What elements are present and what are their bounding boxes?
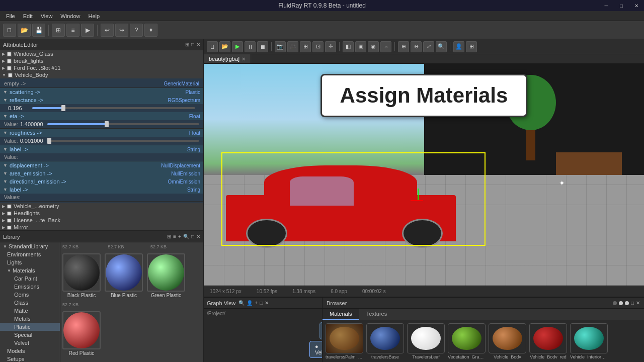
lib-resize[interactable]: □ bbox=[191, 234, 194, 239]
dot-1[interactable] bbox=[613, 301, 617, 305]
prop-label2[interactable]: ▼ label -> String bbox=[0, 186, 203, 194]
gv-search-icon[interactable]: 🔍 bbox=[238, 300, 245, 306]
browser-close[interactable]: ✕ bbox=[636, 300, 640, 306]
tree-item-vehicle-geom[interactable]: 🔲 Vehicle_...eometry bbox=[0, 203, 203, 210]
rt-new[interactable]: 🗋 bbox=[207, 41, 218, 52]
attr-icon1[interactable]: ⊞ bbox=[185, 42, 189, 47]
lib-tree-setups[interactable]: Setups bbox=[0, 355, 60, 362]
browser-resize[interactable]: □ bbox=[631, 300, 634, 306]
lib-tree-materials[interactable]: ▼ Materials bbox=[0, 266, 60, 275]
rt-play[interactable]: ▶ bbox=[232, 41, 243, 52]
br-thumb-travelers-palm[interactable]: travelerssPalm_trunk bbox=[326, 323, 363, 358]
rt-cam2[interactable]: 🎥 bbox=[287, 41, 298, 52]
lib-tree-metals[interactable]: Metals bbox=[0, 315, 60, 323]
lib-tree-velvet[interactable]: Velvet bbox=[0, 339, 60, 347]
lib-icon1[interactable]: ⊞ bbox=[167, 234, 171, 239]
render-tab-close[interactable]: ✕ bbox=[242, 56, 246, 62]
rt-open[interactable]: 📂 bbox=[219, 41, 230, 52]
undo-button[interactable]: ↩ bbox=[101, 24, 114, 37]
menu-window[interactable]: Window bbox=[56, 12, 84, 20]
lib-tree-carpaint[interactable]: Car Paint bbox=[0, 275, 60, 283]
menu-help[interactable]: Help bbox=[84, 12, 104, 20]
lib-tree-environments[interactable]: Environments bbox=[0, 250, 60, 258]
rt-region[interactable]: ⊡ bbox=[312, 41, 324, 52]
maximize-button[interactable]: □ bbox=[614, 0, 629, 11]
rt-zoom-in[interactable]: ⊕ bbox=[398, 41, 409, 52]
prop-dir-emission[interactable]: ▼ directional_emission -> OmniEmission bbox=[0, 177, 203, 186]
rt-view2[interactable]: ▣ bbox=[355, 41, 366, 52]
rt-pause[interactable]: ⏸ bbox=[245, 41, 256, 52]
close-button[interactable]: ✕ bbox=[629, 0, 644, 11]
redo-button[interactable]: ↪ bbox=[115, 24, 128, 37]
tree-item-ford[interactable]: 🔲 Ford Foc...Slot #11 bbox=[0, 64, 203, 71]
prop-eta[interactable]: ▼ eta -> Float bbox=[0, 112, 203, 120]
minimize-button[interactable]: ─ bbox=[599, 0, 614, 11]
lib-close[interactable]: ✕ bbox=[196, 234, 200, 239]
list-button[interactable]: ≡ bbox=[66, 24, 79, 37]
rt-search[interactable]: 🔍 bbox=[436, 41, 447, 52]
render-button[interactable]: ▶ bbox=[81, 24, 94, 37]
mat-black-plastic[interactable]: Black Plastic bbox=[62, 253, 101, 298]
rt-cursor[interactable]: ✛ bbox=[325, 41, 336, 52]
new-button[interactable]: 🗋 bbox=[3, 24, 16, 37]
dot-3[interactable] bbox=[625, 301, 629, 305]
tree-item-headlights[interactable]: 🔲 Headlights bbox=[0, 210, 203, 217]
rt-zoom-out[interactable]: ⊖ bbox=[411, 41, 422, 52]
menu-edit[interactable]: Edit bbox=[19, 12, 37, 20]
prop-label[interactable]: ▼ label -> String bbox=[0, 145, 203, 153]
prop-roughness[interactable]: ▼ roughness -> Float bbox=[0, 129, 203, 137]
rt-fit[interactable]: ⤢ bbox=[423, 41, 434, 52]
rt-stop[interactable]: ⏹ bbox=[257, 41, 268, 52]
br-thumb-vegetation[interactable]: Vegetation_Grass_Artific bbox=[448, 323, 486, 358]
help-button[interactable]: ? bbox=[130, 24, 143, 37]
prop-area-emission[interactable]: ▼ area_emission -> NullEmission bbox=[0, 169, 203, 177]
lib-tree-glass[interactable]: Glass bbox=[0, 299, 60, 307]
gv-person-icon[interactable]: 👤 bbox=[247, 300, 253, 306]
reflectance-slider[interactable] bbox=[32, 107, 195, 109]
tree-item-license-back[interactable]: 🔲 License_...te_Back bbox=[0, 217, 203, 224]
attr-resize[interactable]: □ bbox=[191, 42, 194, 47]
tree-item-vehicle-body[interactable]: 🔲 Vehicle_Body bbox=[0, 71, 203, 78]
open-button[interactable]: 📂 bbox=[18, 24, 31, 37]
gv-close[interactable]: ✕ bbox=[265, 300, 269, 306]
grid-button[interactable]: ⊞ bbox=[52, 24, 65, 37]
tree-item-break-lights[interactable]: 🔲 break_lights bbox=[0, 57, 203, 64]
render-tab-beauty[interactable]: beauty[rgba] ✕ bbox=[204, 54, 251, 63]
mat-green-plastic[interactable]: Green Plastic bbox=[147, 253, 185, 298]
br-thumb-travelers-leaf[interactable]: TravelersLeaf bbox=[407, 323, 445, 358]
browser-tab-materials[interactable]: Materials bbox=[323, 309, 359, 320]
lib-tree-lights[interactable]: Lights bbox=[0, 258, 60, 266]
tree-item-windows-glass[interactable]: 🔲 Windows_Glass bbox=[0, 50, 203, 57]
menu-file[interactable]: File bbox=[2, 12, 19, 20]
gv-plus-icon[interactable]: + bbox=[255, 300, 258, 306]
rt-cam1[interactable]: 📷 bbox=[275, 41, 286, 52]
br-thumb-travelers-base[interactable]: travelersBase bbox=[366, 323, 404, 358]
prop-displacement[interactable]: ▼ displacement -> NullDisplacement bbox=[0, 161, 203, 169]
prop-scattering[interactable]: ▼ scattering -> Plastic bbox=[0, 88, 203, 96]
roughness-slider[interactable] bbox=[47, 140, 199, 142]
lib-icon2[interactable]: ≡ bbox=[173, 234, 176, 239]
rt-frame[interactable]: ⊞ bbox=[300, 41, 311, 52]
settings-button[interactable]: ✦ bbox=[144, 24, 157, 37]
mat-blue-plastic[interactable]: Blue Plastic bbox=[105, 253, 143, 298]
dot-2[interactable] bbox=[619, 301, 623, 305]
br-thumb-vehicle-body[interactable]: Vehicle_Body bbox=[489, 323, 526, 358]
br-thumb-vehicle-body-red[interactable]: Vehicle_Body_red bbox=[529, 323, 567, 358]
rt-circle[interactable]: ○ bbox=[380, 41, 391, 52]
lib-tree-emissions[interactable]: Emissions bbox=[0, 283, 60, 291]
lib-add-icon[interactable]: + bbox=[178, 234, 181, 239]
lib-tree-special[interactable]: Special bbox=[0, 331, 60, 339]
browser-tab-textures[interactable]: Textures bbox=[359, 309, 394, 320]
rt-view3[interactable]: ◉ bbox=[368, 41, 379, 52]
gv-node-vehicle-body[interactable]: ● Vehicle_Body bbox=[309, 341, 322, 358]
lib-tree-matte[interactable]: Matte bbox=[0, 307, 60, 315]
eta-slider[interactable] bbox=[47, 123, 199, 125]
rt-person[interactable]: 👤 bbox=[453, 41, 464, 52]
mat-red-plastic[interactable]: Red Plastic bbox=[62, 311, 101, 356]
rt-view1[interactable]: ◧ bbox=[343, 41, 354, 52]
tree-item-mirror[interactable]: 🔲 Mirror bbox=[0, 224, 203, 230]
lib-tree-gems[interactable]: Gems bbox=[0, 291, 60, 299]
gv-node-scattering[interactable]: ● Scattering bbox=[319, 322, 322, 339]
lib-tree-standard[interactable]: ▼ StandardLibrary bbox=[0, 242, 60, 250]
menu-view[interactable]: View bbox=[37, 12, 57, 20]
